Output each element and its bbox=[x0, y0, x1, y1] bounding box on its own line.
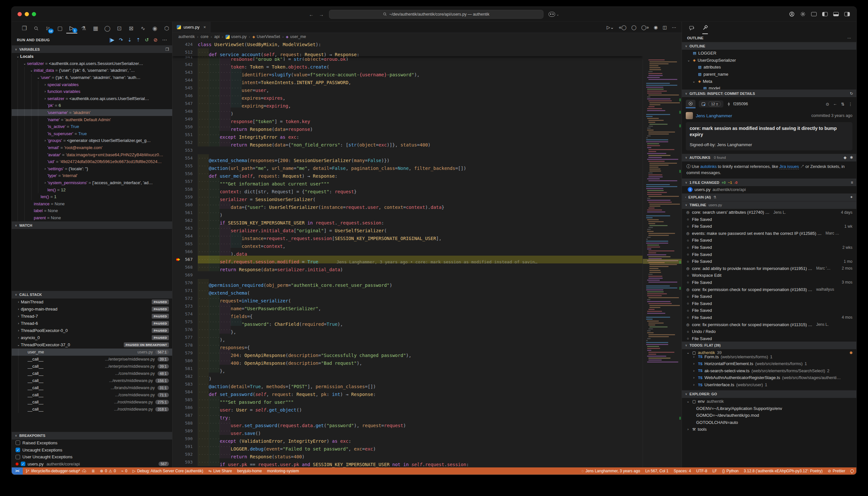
activity-run-and-debug-icon[interactable]: ▷1 bbox=[66, 23, 77, 33]
statusbar-gitlens-status[interactable]: ≣ bbox=[89, 467, 97, 475]
todo-file-row[interactable]: ›TSUserInterface.ts(web/src/user)1 bbox=[682, 381, 856, 388]
code-line[interactable]: 512····def service_account(self, request… bbox=[172, 48, 642, 56]
timeline-section-header[interactable]: ∨TIMELINE users.py bbox=[682, 201, 856, 209]
close-window-button[interactable] bbox=[17, 12, 22, 16]
line-gutter[interactable]: 574 bbox=[172, 310, 198, 318]
todo-file-row[interactable]: ›TSForm.ts(web/src/elements/forms)1 bbox=[682, 353, 856, 360]
breadcrumb-item[interactable]: authentik bbox=[179, 34, 195, 39]
outline-item[interactable]: ⌄◈Meta bbox=[682, 78, 856, 85]
variable-row[interactable]: ›'settings'={'locale': ''} bbox=[12, 165, 172, 172]
code-line[interactable]: 553 bbox=[172, 146, 642, 154]
watch-section-header[interactable]: ∨WATCH bbox=[12, 221, 172, 229]
timeline-item[interactable]: ◎core: add ability to provide reason for… bbox=[682, 265, 856, 272]
line-gutter[interactable]: 546 bbox=[172, 92, 198, 100]
file-changed-section-header[interactable]: ∨1 FILE CHANGED +0 ~1 -0 ≡ bbox=[682, 178, 856, 186]
variable-row[interactable]: ›'system_permissions'=['access_admin_int… bbox=[12, 179, 172, 186]
watch-body[interactable] bbox=[12, 229, 172, 290]
todo-file-row[interactable]: ›TSWebAuthnAuthenticatorRegisterStage.ts… bbox=[682, 374, 856, 381]
todo-file-row[interactable]: ›TSHorizontalFormElement.ts(web/src/elem… bbox=[682, 360, 856, 367]
outline-item[interactable]: ▤LOGGER bbox=[682, 50, 856, 57]
editor-action-run-python-file-icon[interactable]: ▷⌄ bbox=[606, 25, 614, 30]
line-gutter[interactable]: 569 bbox=[172, 271, 198, 279]
timeline-item[interactable]: ○File Saved bbox=[682, 251, 856, 258]
line-gutter[interactable]: 564 bbox=[172, 232, 198, 240]
variable-row[interactable]: ›'groups'=<generator object UserSelfSeri… bbox=[12, 137, 172, 144]
code-line[interactable]: 580············400: OpenApiResponse(desc… bbox=[172, 357, 642, 365]
debug-step-out-button[interactable]: ⇡ bbox=[136, 37, 140, 43]
code-line[interactable]: 573············name="UserPasswordSetSeri… bbox=[172, 303, 642, 310]
line-gutter[interactable]: 584 bbox=[172, 388, 198, 396]
breadcrumb-item[interactable]: api bbox=[214, 34, 220, 39]
statusbar-remote-indicator[interactable]: >< bbox=[12, 467, 23, 475]
line-gutter[interactable]: 549 bbox=[172, 115, 198, 123]
activity-gitlens-icon[interactable]: ∿ bbox=[137, 23, 149, 33]
line-gutter[interactable]: 587 bbox=[172, 412, 198, 419]
line-gutter[interactable]: 591 bbox=[172, 443, 198, 451]
outline-item[interactable]: ▧parent_name bbox=[682, 71, 856, 78]
line-gutter[interactable]: 559 bbox=[172, 193, 198, 201]
line-gutter[interactable]: 560 bbox=[172, 201, 198, 209]
code-line[interactable]: 561········) bbox=[172, 209, 642, 217]
line-gutter[interactable]: 547 bbox=[172, 100, 198, 108]
code-line[interactable]: 566············).data bbox=[172, 248, 642, 255]
code-line[interactable]: 584····def set_password(self, request: R… bbox=[172, 388, 642, 396]
code-line[interactable]: 571····@extend_schema( bbox=[172, 287, 642, 295]
variables-actions-icon[interactable]: ❐ bbox=[165, 47, 169, 52]
autolinks-link[interactable]: autolinks bbox=[700, 164, 717, 169]
variable-row[interactable]: len()=1 bbox=[12, 193, 172, 200]
code-line[interactable]: 575················"password": CharField… bbox=[172, 318, 642, 326]
statusbar-cursor-position[interactable]: Ln 567, Col 1 bbox=[642, 467, 671, 475]
outline-item[interactable]: ▧model bbox=[682, 85, 856, 89]
code-line[interactable]: 593········if user.pk == request.user.pk… bbox=[172, 458, 642, 466]
activity-search-icon[interactable] bbox=[31, 23, 42, 33]
line-gutter[interactable]: 572 bbox=[172, 295, 198, 303]
statusbar-indentation[interactable]: Spaces: 4 bbox=[671, 467, 694, 475]
code-line[interactable]: 568········return Response(data=serializ… bbox=[172, 263, 642, 271]
line-gutter[interactable]: 550 bbox=[172, 123, 198, 131]
code-line[interactable]: 557········"""Get information about curr… bbox=[172, 178, 642, 185]
line-gutter[interactable]: 556 bbox=[172, 170, 198, 178]
tab-users-py[interactable]: users.py × bbox=[172, 22, 211, 32]
compare-icon[interactable]: ⇅ bbox=[841, 102, 844, 107]
tab-chat-icon[interactable] bbox=[689, 22, 695, 34]
minimize-window-button[interactable] bbox=[25, 12, 29, 16]
statusbar-problems[interactable]: ⊗0⚠0 bbox=[97, 467, 119, 475]
statusbar-notifications[interactable] bbox=[848, 467, 856, 475]
explorer-go-row[interactable]: ›⚒tools bbox=[682, 426, 856, 433]
timeline-item[interactable]: ○File Saved bbox=[682, 237, 856, 244]
line-gutter[interactable]: 571 bbox=[172, 287, 198, 295]
history-back-button[interactable]: ← bbox=[309, 11, 314, 17]
code-line[interactable]: 570····@permission_required(obj_perm="au… bbox=[172, 279, 642, 287]
line-gutter[interactable]: 573 bbox=[172, 303, 198, 310]
variable-row[interactable]: ›special variables bbox=[12, 81, 172, 88]
debug-step-over-button[interactable]: ↷ bbox=[119, 37, 123, 43]
variable-row[interactable]: instance=None bbox=[12, 200, 172, 207]
breakpoint-row[interactable]: Raised Exceptions bbox=[12, 439, 172, 447]
statusbar-eol[interactable]: LF bbox=[710, 467, 719, 475]
commit-hash[interactable]: f285096 bbox=[727, 102, 748, 106]
breadcrumb-item[interactable]: core bbox=[200, 34, 208, 39]
callstack-thread-row[interactable]: ⌄ThreadPoolExecutor-37_0PAUSED ON BREAKP… bbox=[12, 341, 172, 348]
timeline-item[interactable]: ◎core: fix permission check for scoped i… bbox=[682, 321, 856, 328]
variable-row[interactable]: 'username'='akadmin' bbox=[12, 109, 172, 116]
timeline-item[interactable]: ◎core: search users' attributes (#12740)… bbox=[682, 209, 856, 216]
statusbar-python-interpreter[interactable]: 3.12.8 ('authentik-xEAhpGPh-py3.12': Poe… bbox=[741, 467, 825, 475]
line-gutter[interactable]: 579 bbox=[172, 349, 198, 357]
variable-row[interactable]: ⌄Locals bbox=[12, 53, 172, 60]
line-gutter[interactable]: 589 bbox=[172, 427, 198, 435]
changed-file-row[interactable]: ± users.py authentik/core/api bbox=[682, 186, 856, 193]
line-gutter[interactable]: 545 bbox=[172, 84, 198, 92]
line-gutter[interactable]: 570 bbox=[172, 279, 198, 287]
activity-run-circle-icon[interactable]: ◉ bbox=[150, 23, 160, 33]
explain-ai-section-header[interactable]: ›EXPLAIN (AI) ⚗ ✦ bbox=[682, 193, 856, 201]
code-line[interactable]: 587········try: bbox=[172, 412, 642, 419]
code-line[interactable]: 544················intent=TokenIntents.I… bbox=[172, 76, 642, 84]
code-line[interactable]: 588············user.set_password(request… bbox=[172, 419, 642, 427]
todo-file-row[interactable]: ›TSak-search-select-view.ts(web/src/elem… bbox=[682, 367, 856, 374]
variable-row[interactable]: len()=12 bbox=[12, 186, 172, 193]
line-gutter[interactable]: 548 bbox=[172, 108, 198, 115]
more-icon[interactable]: ⋮ bbox=[849, 102, 853, 107]
toggle-primary-sidebar-icon[interactable] bbox=[822, 12, 828, 16]
statusbar-formatter[interactable]: ⊘Prettier bbox=[825, 467, 848, 475]
customize-layout-icon[interactable] bbox=[811, 12, 817, 16]
